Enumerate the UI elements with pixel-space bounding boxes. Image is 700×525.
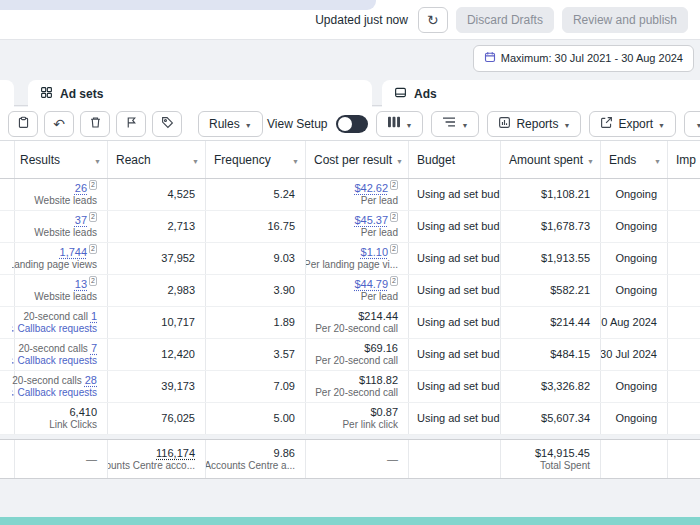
flag-button[interactable] [116, 111, 146, 137]
result-sublabel: Website leads [34, 227, 97, 239]
cpr-total-cell: — [306, 440, 409, 478]
reach-cell: 4,525 [108, 179, 206, 210]
frequency-cell: 9.03 [206, 243, 306, 274]
result-value[interactable]: 26 [75, 182, 87, 195]
result-prefix: 20-second calls [18, 342, 87, 355]
footnote-marker: 2 [89, 276, 97, 286]
breakdown-dropdown-button[interactable] [431, 111, 479, 137]
impressions-cell [668, 243, 700, 274]
budget-cell: Using ad set bud... [409, 307, 501, 338]
impressions-cell [668, 403, 700, 434]
tag-button[interactable] [152, 111, 182, 137]
results-cell: 6,410 Link Clicks [12, 403, 108, 434]
refresh-button[interactable] [418, 7, 448, 33]
column-header-results[interactable]: Results [12, 141, 108, 178]
rules-label: Rules [209, 117, 240, 131]
view-setup-label: View Setup [267, 117, 328, 131]
cpr-value[interactable]: $1.10 [361, 246, 389, 259]
undo-icon [53, 116, 65, 132]
impressions-cell [668, 211, 700, 242]
table-row: 20-second calls 7 Callback requests 12,4… [0, 339, 700, 371]
amount-spent-cell: $3,326.82 [501, 371, 601, 402]
duplicate-button[interactable] [8, 111, 38, 137]
sort-caret-icon [188, 153, 199, 167]
column-header-impressions[interactable]: Imp [668, 141, 700, 178]
ends-cell: 30 Jul 2024 [601, 339, 668, 370]
amount-spent-cell: $484.15 [501, 339, 601, 370]
chevron-down-icon [245, 117, 252, 131]
amount-spent-cell: $1,678.73 [501, 211, 601, 242]
impressions-cell [668, 307, 700, 338]
frequency-cell: 5.24 [206, 179, 306, 210]
result-value[interactable]: 1 [91, 310, 97, 323]
chevron-down-icon [406, 117, 413, 131]
footnote-marker: 2 [89, 180, 97, 190]
cpr-value: $214.44 [358, 310, 398, 323]
budget-cell: Using ad set bud... [409, 275, 501, 306]
amount-spent-total: $14,915.45 [535, 447, 590, 460]
discard-drafts-button[interactable]: Discard Drafts [456, 7, 554, 33]
budget-cell: Using ad set bud... [409, 339, 501, 370]
column-header-amount-spent[interactable]: Amount spent [501, 141, 601, 178]
sort-caret-icon [288, 153, 299, 167]
download-icon[interactable] [12, 387, 15, 399]
result-sublabel: Callback requests [18, 387, 97, 399]
review-and-publish-button[interactable]: Review and publish [562, 7, 688, 33]
tab-campaigns-partial[interactable] [0, 80, 14, 107]
frequency-cell: 7.09 [206, 371, 306, 402]
more-options-button[interactable] [684, 111, 700, 137]
columns-dropdown-button[interactable] [376, 111, 424, 137]
cpr-sublabel: Per lead [361, 195, 398, 207]
export-icon [600, 116, 613, 132]
frequency-total-cell: 9.86 Per Accounts Centre a... [206, 440, 306, 478]
filter-bar: Maximum: 30 Jul 2021 - 30 Aug 2024 [0, 40, 700, 76]
cpr-sublabel: Per 20-second call [315, 323, 398, 335]
refresh-icon [427, 12, 439, 28]
tab-ads[interactable]: Ads [382, 80, 700, 107]
result-sublabel: Callback requests [18, 323, 97, 335]
undo-button[interactable] [44, 111, 74, 137]
tab-ad-sets[interactable]: Ad sets [28, 80, 372, 107]
cpr-value[interactable]: $44.79 [354, 278, 388, 291]
budget-cell: Using ad set bud... [409, 403, 501, 434]
rules-dropdown-button[interactable]: Rules [198, 111, 263, 137]
delete-button[interactable] [80, 111, 110, 137]
impressions-cell [668, 339, 700, 370]
reach-total[interactable]: 116,174 [156, 447, 195, 460]
result-value[interactable]: 13 [75, 278, 87, 291]
date-range-button[interactable]: Maximum: 30 Jul 2021 - 30 Aug 2024 [473, 45, 694, 72]
column-header-reach[interactable]: Reach [108, 141, 206, 178]
result-value[interactable]: 37 [75, 214, 87, 227]
reach-total-cell: 116,174 Accounts Centre acco... [108, 440, 206, 478]
results-total-cell: — [12, 440, 108, 478]
table-toolbar: Rules View Setup [0, 107, 700, 141]
column-header-ends[interactable]: Ends [601, 141, 668, 178]
download-icon[interactable] [12, 323, 15, 335]
amount-spent-cell: $582.21 [501, 275, 601, 306]
cpr-value[interactable]: $45.37 [354, 214, 388, 227]
reports-dropdown-button[interactable]: Reports [487, 111, 581, 137]
ends-total-cell [601, 440, 668, 478]
result-value[interactable]: 1,744 [60, 246, 88, 259]
reach-cell: 12,420 [108, 339, 206, 370]
table-row: 1,744 2 Landing page views 37,952 9.03 $… [0, 243, 700, 275]
view-setup-toggle[interactable] [336, 115, 368, 133]
budget-cell: Using ad set bud... [409, 371, 501, 402]
flag-icon [125, 116, 138, 132]
result-value[interactable]: 7 [91, 342, 97, 355]
toolbar-left-group: Rules [8, 111, 263, 137]
cpr-value[interactable]: $42.62 [354, 182, 388, 195]
column-header-budget[interactable]: Budget [409, 141, 501, 178]
column-header-frequency[interactable]: Frequency [206, 141, 306, 178]
download-icon[interactable] [12, 355, 15, 367]
column-header-cost-per-result[interactable]: Cost per result [306, 141, 409, 178]
budget-cell: Using ad set bud... [409, 243, 501, 274]
export-dropdown-button[interactable]: Export [589, 111, 676, 137]
cpr-value: $118.82 [359, 374, 398, 387]
trash-icon [89, 116, 102, 132]
updated-status: Updated just now [315, 13, 408, 27]
cpr-sublabel: Per landing page vi... [306, 259, 398, 271]
chevron-down-icon [658, 117, 665, 131]
result-value[interactable]: 28 [85, 374, 97, 387]
result-prefix: 20-second calls [12, 374, 81, 387]
